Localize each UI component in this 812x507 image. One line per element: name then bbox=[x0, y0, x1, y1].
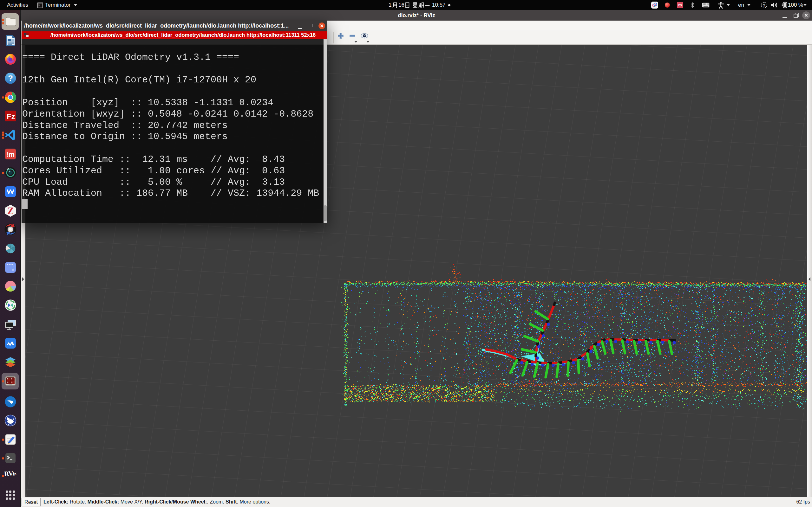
svg-text:!m: !m bbox=[6, 151, 15, 158]
svg-text:?: ? bbox=[763, 3, 765, 8]
svg-text:Z: Z bbox=[7, 205, 14, 216]
svg-text:Fz: Fz bbox=[7, 112, 15, 121]
svg-text:?: ? bbox=[8, 73, 13, 83]
